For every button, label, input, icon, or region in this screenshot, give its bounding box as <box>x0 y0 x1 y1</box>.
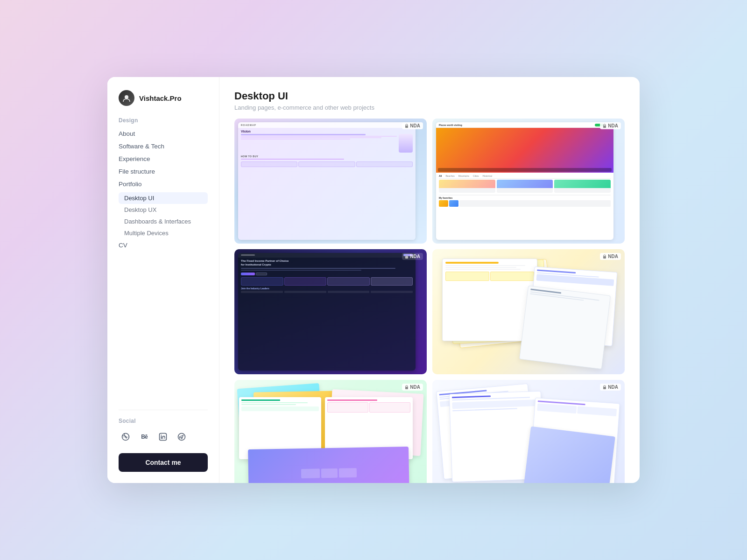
svg-rect-7 <box>603 126 606 128</box>
contact-me-button[interactable]: Contact me <box>119 453 208 472</box>
svg-point-5 <box>178 434 185 441</box>
dribbble-icon[interactable] <box>119 430 133 444</box>
social-label: Social <box>119 418 208 424</box>
svg-rect-10 <box>405 387 408 389</box>
social-section: Social Bē <box>107 418 219 444</box>
sidebar-item-cv[interactable]: CV <box>119 239 208 252</box>
page-subtitle: Landing pages, e-commerce and other web … <box>234 104 625 111</box>
main-content: Desktop UI Landing pages, e-commerce and… <box>219 77 640 483</box>
nda-badge-4: NDA <box>600 253 621 260</box>
sidebar-item-portfolio[interactable]: Portfolio <box>119 178 208 190</box>
sidebar-divider <box>119 410 208 410</box>
nda-badge-1: NDA <box>402 122 423 129</box>
page-title: Desktop UI <box>234 90 625 102</box>
telegram-icon[interactable] <box>175 430 189 444</box>
behance-icon[interactable]: Bē <box>137 430 151 444</box>
social-icons: Bē <box>119 430 208 444</box>
gallery-grid: NDA ROADMAP Vision <box>234 119 625 483</box>
sidebar: Vishtack.Pro Design About Software & Tec… <box>107 77 219 483</box>
nav-sub-item-desktop-ui[interactable]: Desktop UI <box>119 192 208 204</box>
nda-badge-2: NDA <box>600 122 621 129</box>
sidebar-item-experience[interactable]: Experience <box>119 153 208 165</box>
svg-rect-6 <box>405 126 408 128</box>
nav-section: Design About Software & Tech Experience … <box>107 117 219 402</box>
svg-rect-8 <box>405 256 408 259</box>
nav-sub-item-dashboards[interactable]: Dashboards & Interfaces <box>119 216 208 227</box>
gallery-card-5[interactable]: NDA <box>234 380 427 483</box>
nda-badge-5: NDA <box>402 384 423 391</box>
svg-point-4 <box>161 435 162 436</box>
nav-sub-item-desktop-ux[interactable]: Desktop UX <box>119 204 208 216</box>
svg-rect-9 <box>603 256 606 259</box>
nav-sub-item-multiple-devices[interactable]: Multiple Devices <box>119 227 208 239</box>
content-header: Desktop UI Landing pages, e-commerce and… <box>219 77 640 119</box>
gallery-card-1[interactable]: NDA ROADMAP Vision <box>234 119 427 244</box>
gallery-scroll[interactable]: NDA ROADMAP Vision <box>219 119 640 483</box>
svg-rect-3 <box>161 436 162 439</box>
nda-badge-6: NDA <box>600 384 621 391</box>
sidebar-item-software-tech[interactable]: Software & Tech <box>119 140 208 153</box>
sidebar-item-file-structure[interactable]: File structure <box>119 165 208 178</box>
sidebar-header: Vishtack.Pro <box>107 90 219 117</box>
portfolio-sub-section: Desktop UI Desktop UX Dashboards & Inter… <box>119 192 208 239</box>
svg-point-0 <box>125 95 128 99</box>
gallery-card-3[interactable]: NDA The Fixed Income Partner of Choicefo… <box>234 249 427 374</box>
main-container: Vishtack.Pro Design About Software & Tec… <box>107 77 640 483</box>
gallery-card-4[interactable]: NDA <box>432 249 625 374</box>
gallery-card-2[interactable]: NDA Places worth visiting <box>432 119 625 244</box>
avatar <box>119 90 134 106</box>
design-section-label: Design <box>119 117 208 124</box>
gallery-card-6[interactable]: NDA <box>432 380 625 483</box>
svg-rect-11 <box>603 387 606 389</box>
linkedin-icon[interactable] <box>156 430 170 444</box>
brand-name: Vishtack.Pro <box>139 94 182 102</box>
contact-btn-wrapper: Contact me <box>107 444 219 472</box>
sidebar-item-about[interactable]: About <box>119 127 208 140</box>
nda-badge-3: NDA <box>402 253 423 260</box>
